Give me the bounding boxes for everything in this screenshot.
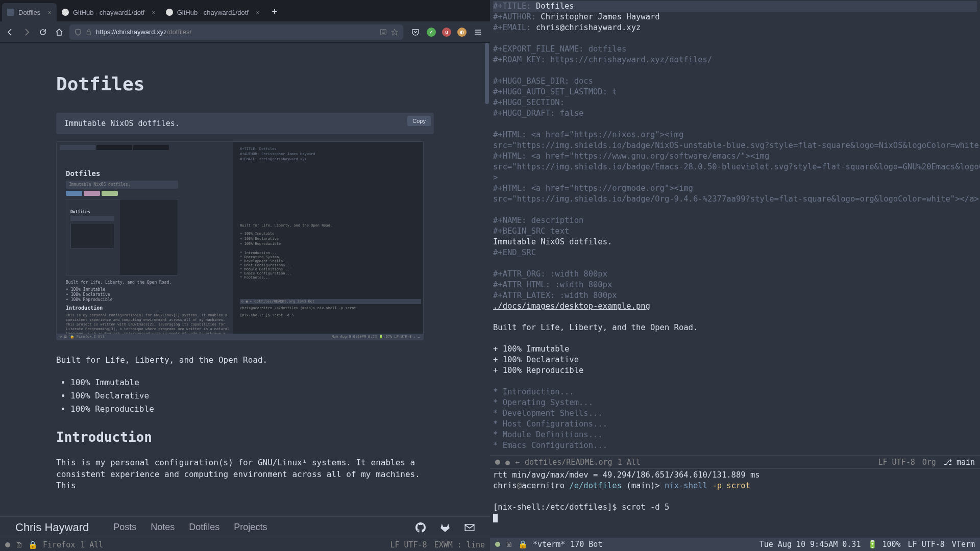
- gitlab-icon[interactable]: [440, 522, 450, 533]
- back-arrow-icon: ←: [515, 458, 520, 467]
- editor-buffer[interactable]: #+TITLE: Dotfiles #+AUTHOR: Christopher …: [490, 0, 980, 455]
- modeline-firefox: 🗎 🔒 Firefox 1 All LF UTF-8 EXWM : line: [0, 538, 490, 551]
- tagline: Built for Life, Liberty, and the Open Ro…: [56, 355, 434, 366]
- paragraph: This is my personal configuration(s) for…: [56, 457, 434, 491]
- buffer-position: 1 All: [80, 540, 103, 549]
- terminal-prompt: chris@acernitro /e/dotfiles (main)> nix-…: [493, 481, 977, 491]
- scrollbar[interactable]: [484, 43, 489, 516]
- pocket-icon[interactable]: [410, 27, 421, 37]
- extension-ublock[interactable]: u: [442, 28, 451, 37]
- screenshot-image: Dotfiles Immutable NixOS dotfiles. Dotfi…: [56, 141, 424, 340]
- site-nav: Chris Hayward Posts Notes Dotfiles Proje…: [0, 516, 490, 538]
- reader-icon[interactable]: [380, 29, 387, 36]
- encoding: LF UTF-8: [878, 458, 915, 467]
- site-brand[interactable]: Chris Hayward: [15, 521, 89, 534]
- encoding: LF UTF-8: [908, 540, 945, 549]
- buffer-position: 170 Bot: [570, 540, 602, 549]
- bookmark-icon[interactable]: [391, 29, 398, 36]
- nav-notes[interactable]: Notes: [151, 522, 175, 533]
- major-mode: EXWM : line: [434, 540, 485, 549]
- modeline-editor: ● ← dotfiles/README.org 1 All LF UTF-8 O…: [490, 455, 980, 468]
- lock-icon: 🔒: [518, 540, 528, 549]
- lock-icon[interactable]: [86, 29, 92, 36]
- list-item: 100% Immutable: [70, 376, 434, 389]
- code-block: Immutable NixOS dotfiles. Copy: [56, 113, 434, 134]
- close-icon[interactable]: ×: [47, 9, 52, 16]
- terminal-cursor-line: [493, 513, 977, 523]
- major-mode: VTerm: [952, 540, 975, 549]
- modified-icon: ●: [505, 458, 510, 467]
- terminal-line: [493, 491, 977, 502]
- status-dot: [495, 542, 500, 547]
- page-title: Dotfiles: [56, 73, 434, 94]
- git-branch: ⎇ main: [943, 458, 975, 467]
- tab-title: Dotfiles: [18, 9, 40, 16]
- tab-title: GitHub - chayward1/dotf: [177, 9, 249, 16]
- buffer-name: dotfiles/README.org: [525, 458, 612, 467]
- terminal-line: rtt min/avg/max/mdev = 49.294/186.651/36…: [493, 470, 977, 481]
- svg-rect-0: [87, 32, 91, 35]
- browser-toolbar: https://chrishayward.xyz/dotfiles/ ✓ u ◐: [0, 21, 490, 43]
- copy-button[interactable]: Copy: [407, 116, 431, 126]
- list-item: 100% Declarative: [70, 389, 434, 403]
- encoding: LF UTF-8: [390, 540, 427, 549]
- terminal-prompt: [nix-shell:/etc/dotfiles]$ scrot -d 5: [493, 502, 977, 513]
- tab-title: GitHub - chayward1/dotf: [73, 9, 144, 16]
- terminal[interactable]: rtt min/avg/max/mdev = 49.294/186.651/36…: [490, 468, 980, 538]
- reload-button[interactable]: [37, 26, 49, 38]
- forward-button[interactable]: [20, 26, 33, 38]
- close-icon[interactable]: ×: [152, 9, 156, 16]
- file-icon: 🗎: [505, 540, 513, 549]
- major-mode: Org: [922, 458, 936, 467]
- extension-badge-green[interactable]: ✓: [427, 28, 436, 37]
- favicon: [166, 9, 173, 16]
- list-item: 100% Reproducible: [70, 403, 434, 416]
- url-bar[interactable]: https://chrishayward.xyz/dotfiles/: [69, 24, 403, 40]
- status-dot: [495, 460, 500, 465]
- nav-dotfiles[interactable]: Dotfiles: [189, 522, 219, 533]
- modeline-vterm: 🗎 🔒 *vterm* 170 Bot Tue Aug 10 9:45AM 0.…: [490, 538, 980, 551]
- browser-tab-strip: Dotfiles × GitHub - chayward1/dotf × Git…: [0, 0, 490, 21]
- nav-projects[interactable]: Projects: [234, 522, 267, 533]
- tab-github-2[interactable]: GitHub - chayward1/dotf ×: [161, 3, 265, 21]
- clock: Tue Aug 10 9:45AM 0.31: [760, 540, 861, 549]
- new-tab-button[interactable]: +: [265, 6, 285, 16]
- buffer-name: Firefox: [43, 540, 75, 549]
- close-icon[interactable]: ×: [256, 9, 260, 16]
- nav-posts[interactable]: Posts: [113, 522, 136, 533]
- url-text: https://chrishayward.xyz/dotfiles/: [96, 28, 376, 36]
- battery-icon: 🔋 100%: [868, 540, 900, 549]
- lock-icon: 🔒: [28, 540, 38, 549]
- feature-list: 100% Immutable 100% Declarative 100% Rep…: [70, 376, 434, 415]
- tab-github-1[interactable]: GitHub - chayward1/dotf ×: [57, 3, 161, 21]
- back-button[interactable]: [4, 26, 16, 38]
- page-content: Dotfiles Immutable NixOS dotfiles. Copy …: [0, 43, 490, 516]
- section-heading: Introduction: [56, 430, 434, 445]
- menu-icon[interactable]: [473, 27, 483, 37]
- favicon: [62, 9, 69, 16]
- tab-dotfiles[interactable]: Dotfiles ×: [2, 3, 57, 21]
- code-text: Immutable NixOS dotfiles.: [64, 119, 180, 128]
- status-dot: [5, 542, 10, 547]
- extension-badge-orange[interactable]: ◐: [457, 28, 467, 37]
- buffer-position: 1 All: [618, 458, 641, 467]
- shield-icon[interactable]: [75, 29, 82, 36]
- buffer-name: *vterm*: [533, 540, 565, 549]
- favicon: [7, 9, 14, 16]
- svg-rect-8: [465, 524, 474, 531]
- mail-icon[interactable]: [464, 522, 475, 533]
- home-button[interactable]: [53, 26, 65, 38]
- file-icon: 🗎: [15, 540, 23, 549]
- github-icon[interactable]: [415, 522, 426, 533]
